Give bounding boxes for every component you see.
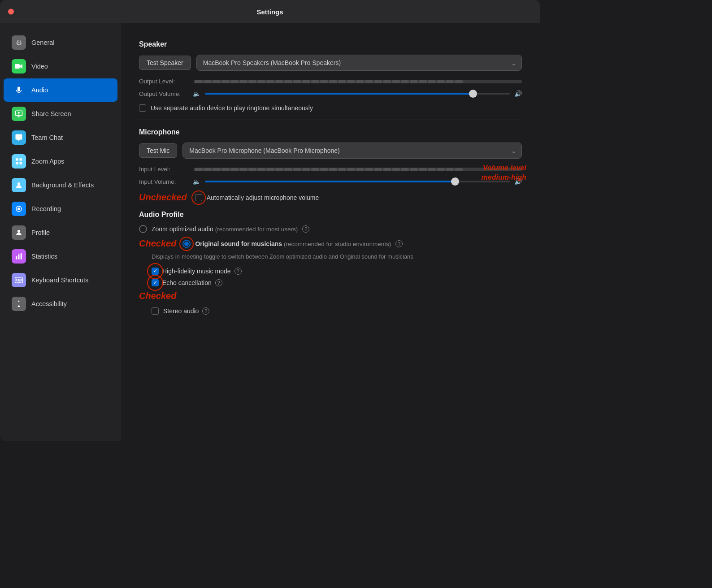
level-seg-18 [347, 80, 355, 83]
level-seg-19 [356, 80, 364, 83]
sidebar-label-recording: Recording [31, 205, 61, 212]
recording-icon [12, 202, 26, 216]
zoom-audio-help-icon[interactable]: ? [302, 225, 309, 233]
output-volume-label: Output Volume: [139, 91, 188, 97]
high-fidelity-label: High-fidelity music mode [162, 268, 231, 275]
output-volume-row: Output Volume: 🔈 🔊 [139, 89, 522, 98]
mic-select-wrapper: MacBook Pro Microphone (MacBook Pro Micr… [182, 143, 522, 159]
svg-rect-0 [15, 64, 20, 69]
volume-high-icon: 🔊 [514, 90, 522, 97]
test-mic-button[interactable]: Test Mic [139, 143, 177, 158]
svg-rect-21 [21, 280, 22, 281]
audio-icon [12, 83, 26, 97]
auto-adjust-checkbox[interactable] [195, 194, 202, 201]
content-area: Speaker Test Speaker MacBook Pro Speaker… [121, 23, 540, 441]
svg-rect-4 [20, 158, 22, 160]
input-volume-label: Input Volume: [139, 178, 188, 185]
svg-rect-6 [20, 162, 22, 164]
original-sound-help-icon[interactable]: ? [395, 240, 403, 247]
window-title: Settings [256, 8, 283, 16]
sidebar-item-accessibility[interactable]: Accessibility [4, 292, 117, 316]
sidebar-item-recording[interactable]: Recording [4, 197, 117, 220]
level-seg-2 [204, 80, 212, 83]
sidebar-label-share: Share Screen [31, 110, 71, 117]
echo-cancellation-help-icon[interactable]: ? [215, 279, 222, 286]
input-volume-thumb[interactable] [451, 177, 459, 186]
sidebar-item-keyboard[interactable]: Keyboard Shortcuts [4, 268, 117, 292]
echo-cancellation-label: Echo cancellation [162, 279, 212, 286]
sidebar-item-stats[interactable]: Statistics [4, 245, 117, 268]
auto-adjust-label: Automatically adjust microphone volume [207, 194, 319, 201]
mic-select[interactable]: MacBook Pro Microphone (MacBook Pro Micr… [182, 143, 522, 159]
svg-rect-17 [20, 279, 21, 280]
level-seg-29 [446, 80, 454, 83]
stereo-audio-checkbox[interactable] [152, 307, 159, 315]
level-seg-22 [383, 80, 391, 83]
mic-device-row: Test Mic MacBook Pro Microphone (MacBook… [139, 143, 522, 159]
sidebar-item-audio[interactable]: Audio [4, 78, 117, 102]
svg-rect-13 [21, 253, 22, 259]
radio-inner [184, 242, 189, 246]
svg-rect-15 [16, 279, 17, 280]
general-icon: ⚙ [12, 35, 26, 50]
sidebar-label-general: General [31, 39, 55, 46]
stereo-audio-help-icon[interactable]: ? [202, 307, 209, 315]
output-volume-fill [205, 93, 473, 95]
separate-audio-checkbox[interactable] [139, 104, 146, 112]
sidebar-label-accessibility: Accessibility [31, 300, 67, 307]
sidebar-item-video[interactable]: Video [4, 55, 117, 78]
zoom-audio-label: Zoom optimized audio (recommended for mo… [152, 225, 298, 233]
speaker-device-row: Test Speaker MacBook Pro Speakers (MacBo… [139, 55, 522, 71]
output-volume-thumb[interactable] [469, 90, 477, 98]
divider-1 [139, 120, 522, 120]
stereo-audio-label: Stereo audio [163, 307, 199, 315]
echo-cancellation-checkbox[interactable]: ✓ [152, 279, 159, 286]
accessibility-icon [12, 297, 26, 311]
sidebar-item-apps[interactable]: Zoom Apps [4, 150, 117, 173]
svg-rect-22 [17, 282, 21, 283]
original-sound-info: Displays in-meeting toggle to switch bet… [152, 252, 522, 261]
level-seg-8 [257, 80, 265, 83]
main-layout: ⚙ General Video Audio [0, 23, 540, 441]
sidebar-item-general[interactable]: ⚙ General [4, 31, 117, 54]
high-fidelity-checkbox[interactable]: ✓ [152, 268, 159, 275]
zoom-audio-radio[interactable] [139, 225, 147, 233]
keyboard-icon [12, 273, 26, 287]
sidebar-label-apps: Zoom Apps [31, 158, 64, 165]
level-seg-27 [428, 80, 436, 83]
input-volume-low-icon: 🔈 [193, 178, 200, 185]
svg-rect-11 [16, 256, 17, 259]
chat-icon [12, 130, 26, 145]
separate-audio-label: Use separate audio device to play ringto… [151, 104, 313, 112]
svg-rect-16 [18, 279, 19, 280]
sidebar-item-share[interactable]: Share Screen [4, 102, 117, 125]
high-fidelity-help-icon[interactable]: ? [234, 268, 242, 275]
sidebar-label-bg: Background & Effects [31, 182, 94, 189]
sidebar-item-bg[interactable]: Background & Effects [4, 173, 117, 197]
sidebar-label-video: Video [31, 63, 48, 70]
speaker-section-header: Speaker [139, 40, 522, 48]
sidebar-label-audio: Audio [31, 86, 48, 94]
original-sound-radio[interactable] [182, 240, 191, 248]
bg-icon [12, 178, 26, 192]
close-button[interactable] [8, 9, 14, 15]
output-level-row: Output Level: [139, 78, 522, 85]
audio-profile-header: Audio Profile [139, 211, 522, 219]
level-seg-14 [311, 80, 319, 83]
level-seg-23 [392, 80, 400, 83]
original-sound-hint: (recommended for studio environments) [284, 241, 391, 247]
level-seg-12 [293, 80, 301, 83]
sidebar-label-keyboard: Keyboard Shortcuts [31, 277, 88, 284]
speaker-select[interactable]: MacBook Pro Speakers (MacBook Pro Speake… [196, 55, 522, 71]
checked-radio-annotation: Checked [139, 238, 176, 249]
output-volume-slider[interactable] [205, 89, 510, 98]
test-speaker-button[interactable]: Test Speaker [139, 56, 191, 70]
sidebar-item-profile[interactable]: Profile [4, 221, 117, 244]
svg-rect-19 [18, 280, 21, 281]
sidebar-label-stats: Statistics [31, 253, 57, 260]
input-level-row: Input Level: [139, 166, 522, 173]
sidebar-item-chat[interactable]: Team Chat [4, 126, 117, 149]
level-seg-10 [275, 80, 283, 83]
input-volume-slider[interactable] [205, 177, 510, 186]
input-volume-track [205, 181, 510, 182]
